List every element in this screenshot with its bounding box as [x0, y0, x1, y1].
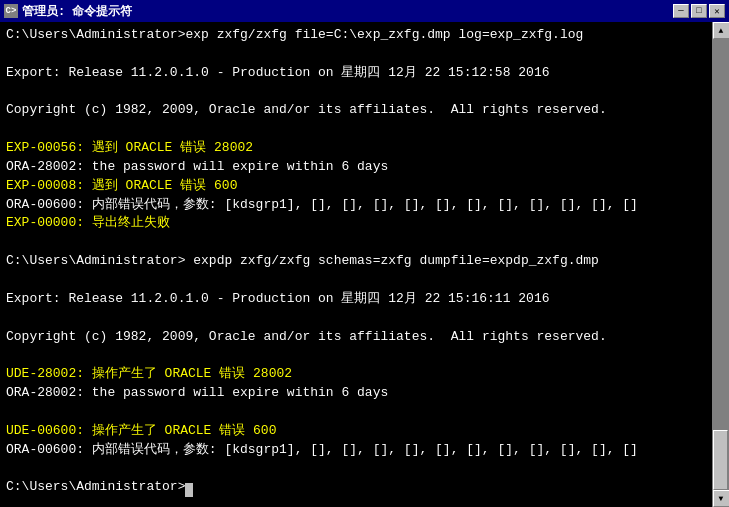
terminal-line	[6, 309, 706, 328]
title-bar-icon: C>	[4, 4, 18, 18]
terminal-line: Copyright (c) 1982, 2009, Oracle and/or …	[6, 328, 706, 347]
terminal-line: ORA-28002: the password will expire with…	[6, 384, 706, 403]
terminal-line: ORA-00600: 内部错误代码，参数: [kdsgrp1], [], [],…	[6, 196, 706, 215]
terminal-line: EXP-00000: 导出终止失败	[6, 214, 706, 233]
terminal-line	[6, 403, 706, 422]
terminal-line: EXP-00008: 遇到 ORACLE 错误 600	[6, 177, 706, 196]
terminal-line: ORA-28002: the password will expire with…	[6, 158, 706, 177]
scroll-thumb[interactable]	[713, 430, 728, 490]
title-bar-title: 管理员: 命令提示符	[22, 3, 132, 20]
terminal-line: Export: Release 11.2.0.1.0 - Production …	[6, 290, 706, 309]
terminal-line: Export: Release 11.2.0.1.0 - Production …	[6, 64, 706, 83]
terminal-line	[6, 83, 706, 102]
terminal-line	[6, 271, 706, 290]
terminal-line: C:\Users\Administrator> expdp zxfg/zxfg …	[6, 252, 706, 271]
cursor	[185, 483, 193, 497]
terminal-line: UDE-00600: 操作产生了 ORACLE 错误 600	[6, 422, 706, 441]
scrollbar[interactable]: ▲ ▼	[712, 22, 729, 507]
title-bar[interactable]: C> 管理员: 命令提示符 ─ □ ✕	[0, 0, 729, 22]
terminal-line	[6, 120, 706, 139]
scroll-down-button[interactable]: ▼	[713, 490, 730, 507]
terminal-line	[6, 346, 706, 365]
terminal-line: C:\Users\Administrator>exp zxfg/zxfg fil…	[6, 26, 706, 45]
terminal-content: C:\Users\Administrator>exp zxfg/zxfg fil…	[0, 22, 712, 507]
terminal-line: UDE-28002: 操作产生了 ORACLE 错误 28002	[6, 365, 706, 384]
terminal-line: Copyright (c) 1982, 2009, Oracle and/or …	[6, 101, 706, 120]
maximize-button[interactable]: □	[691, 4, 707, 18]
close-button[interactable]: ✕	[709, 4, 725, 18]
terminal-line	[6, 233, 706, 252]
terminal-line: ORA-00600: 内部错误代码，参数: [kdsgrp1], [], [],…	[6, 441, 706, 460]
terminal-line: C:\Users\Administrator>	[6, 478, 706, 497]
terminal-line	[6, 45, 706, 64]
scroll-up-button[interactable]: ▲	[713, 22, 730, 39]
minimize-button[interactable]: ─	[673, 4, 689, 18]
terminal-line	[6, 459, 706, 478]
terminal-line: EXP-00056: 遇到 ORACLE 错误 28002	[6, 139, 706, 158]
